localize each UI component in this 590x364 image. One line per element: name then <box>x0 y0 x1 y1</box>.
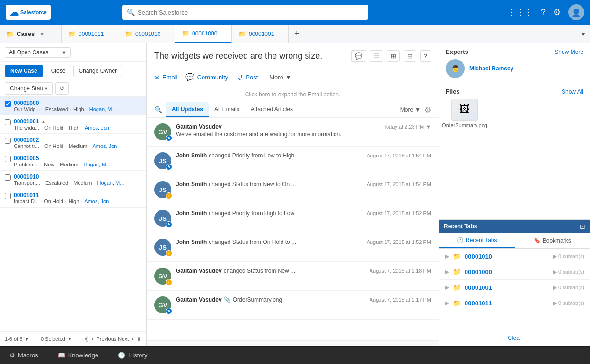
help-icon[interactable]: ? <box>541 8 546 17</box>
sidebar-pagination: ⟪ ‹ Previous Next › ⟫ <box>84 335 141 343</box>
email-icon: ✉ <box>154 74 159 81</box>
feed-content: John Smith changed Status from On Hold t… <box>176 239 431 245</box>
tab-all-updates[interactable]: All Updates <box>166 102 209 117</box>
case-checkbox[interactable] <box>5 138 11 144</box>
case-checkbox[interactable] <box>5 193 11 199</box>
feed-author: John Smith <box>176 152 207 159</box>
tab-home-icon: 📁 <box>6 30 14 38</box>
sidebar-cases-list: 00001000 Our Widg... · Escalated · High … <box>0 97 146 331</box>
minimize-btn[interactable]: — <box>569 223 576 230</box>
email-expand-area[interactable]: Click here to expand the Email action. <box>147 87 439 102</box>
cases-filter-label: All Open Cases <box>9 49 59 56</box>
clear-link[interactable]: Clear <box>508 335 521 341</box>
search-input[interactable] <box>138 9 363 16</box>
user-avatar[interactable]: 👤 <box>568 4 584 20</box>
tab-cases-home[interactable]: 📁 Cases ▼ <box>0 25 62 43</box>
recent-tab-item[interactable]: ▶ 📁 00001011 ▶ 0 subtab(s) <box>439 295 590 311</box>
expand-btn[interactable]: ⊡ <box>580 223 585 230</box>
new-case-button[interactable]: New Case <box>5 65 43 77</box>
case-list-item[interactable]: 00001011 Impact D... · On Hold · High · … <box>0 189 146 208</box>
knowledge-btn[interactable]: 📖 Knowledge <box>48 347 108 364</box>
feed-avatar: JS ✎ <box>154 152 171 169</box>
feed-filter-icon[interactable]: ⚙ <box>424 105 431 114</box>
history-btn[interactable]: 🕐 History <box>108 347 157 364</box>
tab-all-emails[interactable]: All Emails <box>209 102 245 117</box>
count-chevron[interactable]: ▼ <box>24 336 29 342</box>
case-list-item[interactable]: 00001010 Transport... · Escalated · Medi… <box>0 171 146 189</box>
prev-page-btn[interactable]: ‹ <box>91 335 95 343</box>
list-icon-btn[interactable]: ☰ <box>370 50 383 62</box>
post-action-btn[interactable]: 🗨 Post <box>236 71 258 83</box>
case-checkbox[interactable] <box>5 156 11 162</box>
tab-attached-articles[interactable]: Attached Articles <box>245 102 299 117</box>
close-button[interactable]: Close <box>46 65 71 77</box>
split-icon-btn[interactable]: ⊟ <box>404 50 416 62</box>
recent-tabs-tab[interactable]: 🕐 Recent Tabs <box>439 233 515 248</box>
help-case-btn[interactable]: ? <box>420 50 431 62</box>
files-title: Files <box>446 88 460 95</box>
recent-tab-item[interactable]: ▶ 📁 00001010 ▶ 0 subtab(s) <box>439 249 590 264</box>
feed-chevron[interactable]: ▼ <box>426 124 431 130</box>
more-label: More <box>269 74 283 81</box>
feed-more-btn[interactable]: More ▼ <box>400 106 421 113</box>
macros-btn[interactable]: ⚙ Macros <box>0 347 48 364</box>
main-layout: All Open Cases ▼ New Case Close Change O… <box>0 43 590 346</box>
email-action-btn[interactable]: ✉ Email <box>154 72 178 83</box>
experts-show-more[interactable]: Show More <box>555 49 583 55</box>
community-action-btn[interactable]: 💬 Community <box>185 71 229 83</box>
settings-icon[interactable]: ⚙ <box>553 7 561 17</box>
avatar-initials: JS <box>159 186 167 193</box>
case-list-item[interactable]: 00001002 Cannot tr... · On Hold · Medium… <box>0 134 146 152</box>
first-page-btn[interactable]: ⟪ <box>84 335 89 343</box>
refresh-button[interactable]: ↺ <box>55 82 69 95</box>
tabs-overflow-chevron[interactable]: ▼ <box>577 25 590 43</box>
tab-00001011[interactable]: 📁 00001011 <box>62 25 118 43</box>
case-header-icons: 💬 ☰ ⊞ ⊟ ? <box>351 50 431 62</box>
tab-00001000[interactable]: 📁 00001000 <box>175 25 232 43</box>
file-thumbnail[interactable]: 🖼 <box>451 99 478 121</box>
tab-add-button[interactable]: + <box>289 25 305 43</box>
feed-author: John Smith <box>176 181 207 188</box>
recent-tabs-tab-bar: 🕐 Recent Tabs 🔖 Bookmarks <box>439 233 590 249</box>
app-logo[interactable]: ☁ Salesforce <box>6 5 51 20</box>
feed-time: August 17, 2015 at 1:52 PM <box>367 239 431 245</box>
case-checkbox[interactable] <box>5 119 11 125</box>
case-list-item[interactable]: 00001001 ▲ The widg... · On Hold · High … <box>0 115 146 134</box>
more-actions-btn[interactable]: More ▼ <box>269 74 291 81</box>
apps-icon[interactable]: ⋮⋮⋮ <box>508 7 533 17</box>
recent-tabs-container: Recent Tabs — ⊡ 🕐 Recent Tabs 🔖 Bookmark… <box>439 219 590 346</box>
feed-action: changed Status from On Hold to ... <box>209 239 296 245</box>
case-checkbox[interactable] <box>5 101 11 107</box>
feed-time: Today at 2:23 PM ▼ <box>384 124 431 130</box>
tab-00001010[interactable]: 📁 00001010 <box>118 25 175 43</box>
selected-chevron[interactable]: ▼ <box>67 336 72 342</box>
feed-bottom-scrollbar[interactable] <box>147 340 439 346</box>
case-checkbox[interactable] <box>5 174 11 181</box>
chat-icon-btn[interactable]: 💬 <box>351 50 366 62</box>
experts-title: Experts <box>446 48 468 55</box>
case-list-item[interactable]: 00001005 Problem ... · New · Medium · Ho… <box>0 152 146 171</box>
tab-home-chevron[interactable]: ▼ <box>39 31 44 37</box>
case-subject: Impact D... <box>14 199 39 204</box>
expand-icon-btn[interactable]: ⊞ <box>387 50 400 62</box>
recent-tab-item[interactable]: ▶ 📁 00001000 ▶ 0 subtab(s) <box>439 264 590 280</box>
sidebar-toolbar-row2: Change Status ↺ <box>0 80 146 97</box>
case-list-item[interactable]: 00001000 Our Widg... · Escalated · High … <box>0 97 146 115</box>
feed-badge: ✎ <box>166 164 172 170</box>
expert-name[interactable]: Michael Ramsey <box>469 65 513 72</box>
tab-00001001[interactable]: 📁 00001001 <box>232 25 289 43</box>
cases-filter-select[interactable]: All Open Cases ▼ <box>5 47 71 58</box>
rt-case-number: 00001010 <box>465 253 549 260</box>
next-page-btn[interactable]: › <box>131 335 134 343</box>
last-page-btn[interactable]: ⟫ <box>136 335 141 343</box>
app-name: Salesforce <box>20 9 47 15</box>
rt-item-chevron: ▶ <box>445 253 449 260</box>
rt-item-chevron: ▶ <box>445 300 449 306</box>
files-show-all[interactable]: Show All <box>562 88 583 95</box>
feed-search-icon[interactable]: 🔍 <box>154 106 162 113</box>
pagination-label: Previous Next <box>97 336 129 342</box>
bookmarks-tab[interactable]: 🔖 Bookmarks <box>515 233 590 248</box>
change-status-button[interactable]: Change Status <box>5 82 53 95</box>
change-owner-button[interactable]: Change Owner <box>73 65 122 77</box>
recent-tab-item[interactable]: ▶ 📁 00001001 ▶ 0 subtab(s) <box>439 280 590 295</box>
